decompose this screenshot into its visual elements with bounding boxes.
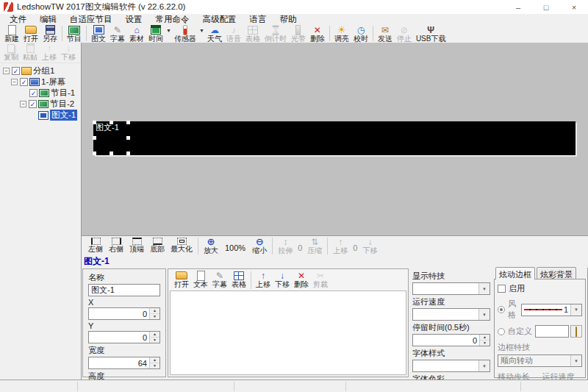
content-delete-button[interactable]: ✕ 删除 (292, 270, 311, 291)
align-left-button[interactable]: 左侧 (85, 236, 106, 256)
spin-up-icon[interactable]: ▲ (480, 335, 490, 341)
tree-node-label[interactable]: 节目-1 (51, 88, 75, 99)
align-bottom-button[interactable]: 底部 (147, 236, 168, 256)
tree-node-graphic[interactable]: 图文-1 (1, 110, 81, 121)
weather-button[interactable]: ☁ 天气 (205, 24, 224, 43)
led-screen[interactable]: 图文-1 (93, 121, 576, 155)
delete-button[interactable]: ✕ 删除 (308, 24, 327, 43)
time-dropdown-arrow[interactable]: ▼ (166, 24, 171, 33)
tree-node-label[interactable]: 分组1 (33, 65, 54, 76)
menu-file[interactable]: 文件 (3, 14, 33, 25)
zoom-out-button[interactable]: ⊖ 缩小 (249, 236, 270, 256)
checkbox-checked[interactable]: ✓ (20, 78, 28, 86)
spin-up-icon[interactable]: ▲ (150, 332, 159, 338)
custom-path-input[interactable] (535, 325, 569, 338)
subtitle-button[interactable]: ✎ 字幕 (108, 24, 127, 43)
content-move-down-button[interactable]: ↓ 下移 (273, 270, 292, 291)
material-button[interactable]: ⌂ 素材 (127, 24, 146, 43)
selection-handle[interactable] (110, 152, 113, 155)
browse-button[interactable] (570, 325, 582, 338)
style-radio[interactable] (498, 306, 505, 313)
chevron-down-icon[interactable]: ▼ (478, 283, 490, 294)
custom-radio[interactable] (498, 328, 505, 335)
brightness-button[interactable]: ☀ 调亮 (332, 24, 351, 43)
align-right-button[interactable]: 右侧 (106, 236, 126, 256)
checkbox-checked[interactable]: ✓ (29, 100, 37, 108)
menu-edit[interactable]: 编辑 (33, 14, 63, 25)
graphic-text-button[interactable]: 图文 (89, 24, 108, 43)
y-spinner[interactable]: 0 ▲▼ (88, 331, 160, 343)
collapse-icon[interactable]: − (11, 79, 18, 85)
name-input[interactable]: 图文-1 (88, 284, 160, 296)
stay-time-spinner[interactable]: 0 ▲▼ (412, 334, 490, 346)
save-as-button[interactable]: 另存 (40, 24, 60, 43)
tab-color-background[interactable]: 炫彩背景 (537, 267, 576, 279)
content-table-button[interactable]: 表格 (229, 270, 248, 291)
spin-down-icon[interactable]: ▼ (150, 363, 159, 368)
spin-up-icon[interactable]: ▲ (150, 357, 159, 363)
tree-node-screen[interactable]: − ✓ 1-屏幕 (1, 76, 81, 88)
spin-down-icon[interactable]: ▼ (150, 314, 159, 319)
chevron-down-icon[interactable]: ▼ (570, 304, 581, 316)
collapse-icon[interactable]: − (20, 101, 26, 107)
spin-down-icon[interactable]: ▼ (480, 341, 490, 346)
maximize-area-button[interactable]: 最大化 (168, 236, 196, 256)
zoom-in-button[interactable]: ⊕ 放大 (201, 236, 221, 256)
content-list-area[interactable] (170, 291, 406, 375)
usb-download-button[interactable]: Ψ USB下载 (414, 24, 448, 43)
compress-button: ⇅ 压缩 (304, 236, 325, 256)
chevron-down-icon[interactable]: ▼ (478, 309, 490, 320)
x-spinner[interactable]: 0 ▲▼ (88, 307, 160, 320)
time-sync-button[interactable]: ◷ 校时 (351, 24, 370, 43)
content-open-button[interactable]: 打开 (172, 270, 191, 291)
move-down-button: ↓ 下移 (359, 236, 380, 256)
border-style-select[interactable]: 1 ▼ (521, 304, 582, 316)
tree-node-program2[interactable]: − ✓ 节目-2 (1, 99, 81, 110)
selection-handle[interactable] (126, 152, 130, 155)
usb-icon: Ψ (425, 25, 437, 35)
tab-dynamic-border[interactable]: 炫动边框 (495, 267, 535, 279)
led-preview-area[interactable]: 图文-1 (82, 43, 588, 235)
content-subtitle-button[interactable]: ✎ 字幕 (210, 270, 229, 291)
collapse-icon[interactable]: − (3, 68, 10, 74)
enable-checkbox[interactable] (498, 285, 506, 293)
spin-down-icon[interactable]: ▼ (150, 338, 159, 343)
run-speed-select[interactable]: ▼ (412, 308, 490, 321)
menu-common-commands[interactable]: 常用命令 (149, 14, 196, 25)
minimize-button[interactable]: – (504, 0, 532, 14)
send-button[interactable]: ✉ 发送 (376, 24, 395, 43)
checkbox-checked[interactable]: ✓ (12, 67, 20, 75)
width-spinner[interactable]: 64 ▲▼ (88, 357, 160, 369)
menu-advanced-config[interactable]: 高级配置 (196, 14, 243, 25)
selection-handle[interactable] (126, 136, 130, 140)
tree-node-label-selected[interactable]: 图文-1 (50, 110, 77, 121)
maximize-button[interactable]: □ (532, 0, 560, 14)
display-effect-select[interactable]: ▼ (412, 282, 490, 295)
content-text-button[interactable]: 文本 (191, 270, 210, 291)
font-style-select[interactable]: ▼ (412, 360, 490, 372)
checkbox-checked[interactable]: ✓ (29, 89, 37, 97)
time-button[interactable]: 时间 (146, 24, 165, 43)
chevron-down-icon[interactable]: ▼ (478, 360, 490, 371)
new-button[interactable]: 新建 (2, 24, 21, 43)
tree-node-group[interactable]: − ✓ 分组1 (1, 65, 81, 76)
selection-handle[interactable] (93, 136, 96, 140)
menu-adaptive-program[interactable]: 自适应节目 (63, 14, 119, 25)
tree-node-label[interactable]: 1-屏幕 (41, 76, 65, 88)
selection-handle[interactable] (93, 152, 96, 155)
menu-settings[interactable]: 设置 (119, 14, 149, 25)
close-button[interactable]: × (560, 0, 588, 14)
menu-help[interactable]: 帮助 (273, 14, 304, 25)
program-button[interactable]: 节目 (65, 24, 84, 43)
sensor-button[interactable]: 传感器 (172, 24, 198, 43)
align-top-button[interactable]: 顶端 (126, 236, 147, 256)
content-move-up-button[interactable]: ↑ 上移 (254, 270, 273, 291)
selection-handle[interactable] (126, 121, 130, 124)
spin-up-icon[interactable]: ▲ (150, 308, 159, 314)
sensor-dropdown-arrow[interactable]: ▼ (199, 24, 204, 33)
tree-node-label[interactable]: 节目-2 (50, 99, 74, 110)
tree-node-program1[interactable]: ✓ 节目-1 (1, 88, 81, 99)
delete-x-icon: ✕ (295, 271, 307, 280)
open-button[interactable]: 打开 (21, 24, 40, 43)
menu-language[interactable]: 语言 (243, 14, 273, 25)
